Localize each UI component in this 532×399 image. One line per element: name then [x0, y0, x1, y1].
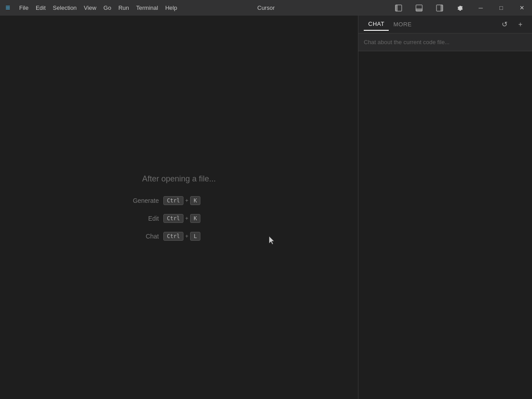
panel-bottom-icon[interactable]	[409, 0, 429, 16]
sidebar-right-icon[interactable]	[429, 0, 450, 16]
minimize-button[interactable]: ─	[470, 0, 491, 16]
window-controls: ─ □ ✕	[388, 0, 532, 16]
chat-key-ctrl: Ctrl	[163, 232, 183, 241]
edit-shortcut-row: Edit Ctrl + K	[130, 214, 228, 223]
edit-keys: Ctrl + K	[163, 214, 200, 223]
panel-tabs: CHAT MORE ↺ +	[358, 16, 532, 33]
menu-terminal[interactable]: Terminal	[133, 0, 162, 16]
chat-label: Chat	[130, 233, 159, 240]
generate-shortcut-row: Generate Ctrl + K	[130, 196, 228, 205]
panel-tab-actions: ↺ +	[498, 18, 527, 31]
new-chat-button[interactable]: +	[514, 18, 527, 31]
close-button[interactable]: ✕	[511, 0, 532, 16]
maximize-button[interactable]: □	[491, 0, 511, 16]
chat-input[interactable]	[364, 37, 527, 47]
menu-edit[interactable]: Edit	[32, 0, 49, 16]
welcome-title: After opening a file...	[142, 174, 216, 184]
tab-chat[interactable]: CHAT	[364, 18, 389, 31]
generate-key-k: K	[190, 196, 200, 205]
generate-keys: Ctrl + K	[163, 196, 200, 205]
main-layout: After opening a file... Generate Ctrl + …	[0, 16, 532, 399]
generate-key-plus: +	[185, 197, 188, 204]
menu-selection[interactable]: Selection	[49, 0, 80, 16]
chat-keys: Ctrl + L	[163, 232, 200, 241]
generate-key-ctrl: Ctrl	[163, 196, 183, 205]
welcome-content: After opening a file... Generate Ctrl + …	[130, 174, 228, 241]
title-bar: ≡ File Edit Selection View Go Run Termin…	[0, 0, 532, 16]
menu-file[interactable]: File	[16, 0, 32, 16]
menu-bar: File Edit Selection View Go Run Terminal…	[16, 0, 388, 16]
window-title: Cursor	[257, 4, 274, 11]
menu-go[interactable]: Go	[100, 0, 115, 16]
chat-input-area[interactable]	[358, 33, 532, 51]
edit-label: Edit	[130, 215, 159, 222]
settings-icon[interactable]	[450, 0, 470, 16]
edit-key-ctrl: Ctrl	[163, 214, 183, 223]
edit-key-k: K	[190, 214, 200, 223]
menu-view[interactable]: View	[80, 0, 100, 16]
chat-shortcut-row: Chat Ctrl + L	[130, 232, 228, 241]
edit-key-plus: +	[185, 215, 188, 222]
sidebar-left-icon[interactable]	[388, 0, 409, 16]
chat-history-button[interactable]: ↺	[498, 18, 511, 31]
mouse-cursor	[269, 236, 274, 244]
editor-area: After opening a file... Generate Ctrl + …	[0, 16, 358, 399]
tab-more[interactable]: MORE	[389, 18, 416, 30]
right-panel: CHAT MORE ↺ +	[358, 16, 532, 399]
svg-rect-3	[416, 8, 422, 11]
panel-body	[358, 51, 532, 399]
generate-label: Generate	[130, 197, 159, 204]
svg-rect-1	[395, 5, 398, 11]
menu-run[interactable]: Run	[115, 0, 133, 16]
app-logo: ≡	[0, 0, 16, 16]
svg-rect-5	[441, 5, 443, 11]
chat-key-l: L	[190, 232, 200, 241]
menu-help[interactable]: Help	[162, 0, 181, 16]
chat-key-plus: +	[185, 233, 188, 239]
